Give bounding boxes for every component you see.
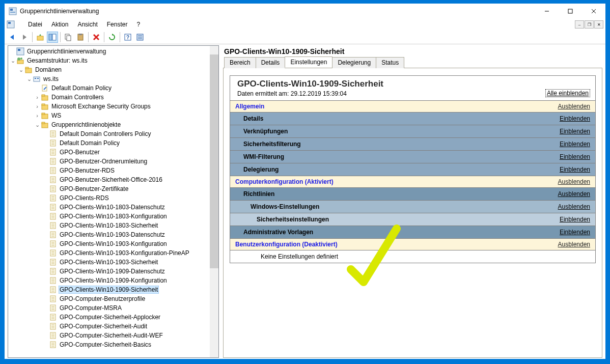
tab-details[interactable]: Details — [256, 57, 286, 68]
report-pane[interactable]: GPO-Clients-Win10-1909-Sicherheit Daten … — [223, 68, 602, 358]
tree-gpo-item[interactable]: GPO-Clients-RDS — [9, 193, 210, 203]
refresh-button[interactable] — [106, 32, 118, 43]
menu-ansicht[interactable]: Ansicht — [73, 20, 101, 29]
mdi-close-button[interactable]: ✕ — [594, 20, 603, 29]
expand-icon[interactable]: ⌄ — [17, 67, 24, 73]
gpo-icon — [49, 130, 57, 138]
tree-gpo-item[interactable]: GPO-Benutzer-RDS — [9, 166, 210, 175]
tree-domain[interactable]: ⌄ws.its — [9, 74, 210, 83]
expand-icon[interactable]: › — [34, 113, 41, 119]
up-button[interactable] — [35, 32, 46, 43]
tree-forest[interactable]: ⌄Gesamtstruktur: ws.its — [9, 56, 210, 65]
tree-gpo-item[interactable]: GPO-Computer-Benutzerprofile — [9, 294, 210, 303]
tab-delegierung[interactable]: Delegierung — [332, 57, 376, 68]
tree-gpo-item[interactable]: GPO-Clients-Win10-1909-Konfiguration — [9, 276, 210, 285]
menu-help[interactable]: ? — [132, 20, 144, 29]
menu-aktion[interactable]: Aktion — [47, 20, 72, 29]
expand-all-link[interactable]: Alle einblenden — [545, 89, 590, 97]
mdi-restore-button[interactable]: ❐ — [585, 20, 594, 29]
tree-gpo-item[interactable]: GPO-Benutzer-Zertifikate — [9, 184, 210, 193]
svg-text:?: ? — [126, 35, 129, 40]
tree-gpo-item[interactable]: GPO-Clients-Win10-1803-Konfiguration — [9, 212, 210, 221]
tree-gpo-item[interactable]: GPO-Benutzer-Sicherheit-Office-2016 — [9, 175, 210, 184]
row-details[interactable]: DetailsEinblenden — [230, 112, 595, 125]
tab-einstellungen[interactable]: Einstellungen — [285, 57, 332, 68]
tree-default-domain-policy[interactable]: Default Domain Policy — [9, 83, 210, 93]
tree-mesg[interactable]: ›Microsoft Exchange Security Groups — [9, 102, 210, 111]
tree-gpo-item[interactable]: GPO-Computer-Sicherheit-Audit — [9, 322, 210, 331]
tree-gpo-item[interactable]: GPO-Computer-Sicherheit-Audit-WEF — [9, 331, 210, 340]
tree-gpo-item[interactable]: GPO-Benutzer — [9, 148, 210, 157]
tree-item-label: GPO-Benutzer-Zertifikate — [59, 185, 129, 192]
tree-gpo-item[interactable]: GPO-Clients-Win10-1903-Sicherheit — [9, 258, 210, 267]
content-pane: GPO-Clients-Win10-1909-Sicherheit Bereic… — [223, 45, 602, 358]
title-bar[interactable]: Gruppenrichtlinienverwaltung — [5, 4, 605, 19]
tree-view[interactable]: Gruppenrichtlinienverwaltung⌄Gesamtstruk… — [8, 46, 210, 357]
tree-root[interactable]: Gruppenrichtlinienverwaltung — [9, 47, 210, 56]
paste-button[interactable] — [75, 32, 86, 43]
properties-button[interactable] — [134, 32, 146, 43]
tree-item-label: GPO-Clients-Win10-1909-Datenschutz — [59, 268, 166, 275]
tree-gpo-item[interactable]: GPO-Clients-Win10-1909-Sicherheit — [9, 285, 210, 294]
section-computerkonfiguration[interactable]: Computerkonfiguration (Aktiviert)Ausblen… — [230, 176, 595, 187]
tree-item-label: Microsoft Exchange Security Groups — [50, 103, 152, 110]
section-benutzerkonfiguration[interactable]: Benutzerkonfiguration (Deaktiviert)Ausbl… — [230, 238, 595, 250]
pane-title: GPO-Clients-Win10-1909-Sicherheit — [223, 45, 602, 57]
help-button[interactable]: ? — [122, 32, 133, 43]
minimize-button[interactable] — [535, 4, 559, 19]
expand-icon[interactable]: ⌄ — [9, 58, 16, 64]
tree-gpo-item[interactable]: GPO-Clients-Win10-1903-Konfiguration — [9, 239, 210, 248]
row-sicherheitsfilterung[interactable]: SicherheitsfilterungEinblenden — [230, 137, 595, 150]
menu-fenster[interactable]: Fenster — [103, 20, 132, 29]
tree-gpo-item[interactable]: GPO-Computer-Sicherheit-Applocker — [9, 313, 210, 322]
row-windows-einstellungen[interactable]: Windows-EinstellungenAusblenden — [230, 200, 595, 213]
tree-domain-controllers[interactable]: ›Domain Controllers — [9, 93, 210, 102]
tree-item-label: GPO-Clients-Win10-1909-Sicherheit — [59, 286, 159, 294]
svg-rect-32 — [42, 85, 47, 91]
tree-gpo-item[interactable]: Default Domain Controllers Policy — [9, 129, 210, 138]
forward-button[interactable] — [19, 32, 30, 43]
ou-icon — [41, 93, 49, 101]
show-hide-tree-button[interactable] — [47, 32, 58, 43]
tree-scrollbar[interactable] — [210, 46, 218, 357]
tab-bereich[interactable]: Bereich — [224, 57, 256, 68]
delete-button[interactable] — [91, 32, 102, 43]
tree-gpo-item[interactable]: GPO-Clients-Win10-1803-Datenschutz — [9, 203, 210, 212]
tree-gpo-item[interactable]: GPO-Clients-Win10-1909-Datenschutz — [9, 267, 210, 276]
mdi-minimize-button[interactable]: – — [575, 20, 584, 29]
gpo-icon — [49, 203, 57, 211]
row-sicherheitseinstellungen[interactable]: SicherheitseinstellungenEinblenden — [230, 213, 595, 226]
tree-domains[interactable]: ⌄Domänen — [9, 65, 210, 74]
copy-button[interactable] — [63, 32, 74, 43]
tree-gpo-container[interactable]: ⌄Gruppenrichtlinienobjekte — [9, 120, 210, 129]
tree-gpo-item[interactable]: GPO-Benutzer-Ordnerumleitung — [9, 157, 210, 166]
svg-rect-38 — [42, 113, 45, 115]
menu-bar: Datei Aktion Ansicht Fenster ? – ❐ ✕ — [5, 19, 605, 30]
gpo-icon — [49, 231, 57, 239]
tree-ws[interactable]: ›WS — [9, 111, 210, 120]
maximize-button[interactable] — [559, 4, 582, 19]
row-wmi-filterung[interactable]: WMI-FilterungEinblenden — [230, 150, 595, 163]
splitter[interactable] — [219, 44, 221, 359]
row-richtlinien[interactable]: RichtlinienAusblenden — [230, 187, 595, 200]
back-button[interactable] — [7, 32, 18, 43]
tab-status[interactable]: Status — [376, 57, 404, 68]
tree-gpo-item[interactable]: GPO-Clients-Win10-1903-Datenschutz — [9, 230, 210, 239]
expand-icon[interactable]: ⌄ — [25, 76, 33, 82]
expand-icon[interactable]: › — [34, 103, 41, 109]
tree-item-label: GPO-Benutzer — [59, 149, 101, 156]
row-administrative-vorlagen[interactable]: Administrative VorlagenEinblenden — [230, 226, 595, 238]
tree-gpo-item[interactable]: GPO-Clients-Win10-1803-Sicherheit — [9, 221, 210, 230]
section-allgemein[interactable]: AllgemeinAusblenden — [230, 101, 595, 112]
tree-item-label: GPO-Clients-Win10-1903-Sicherheit — [59, 259, 159, 266]
expand-icon[interactable]: ⌄ — [34, 122, 41, 128]
tree-gpo-item[interactable]: GPO-Computer-Sicherheit-Basics — [9, 340, 210, 349]
row-delegierung[interactable]: DelegierungEinblenden — [230, 163, 595, 176]
row-verknuepfungen[interactable]: VerknüpfungenEinblenden — [230, 125, 595, 137]
tree-gpo-item[interactable]: GPO-Computer-MSRA — [9, 303, 210, 313]
expand-icon[interactable]: › — [34, 94, 41, 100]
menu-datei[interactable]: Datei — [24, 20, 46, 29]
tree-gpo-item[interactable]: Default Domain Policy — [9, 138, 210, 148]
close-button[interactable] — [582, 4, 605, 19]
tree-gpo-item[interactable]: GPO-Clients-Win10-1903-Konfiguration-Pin… — [9, 248, 210, 258]
